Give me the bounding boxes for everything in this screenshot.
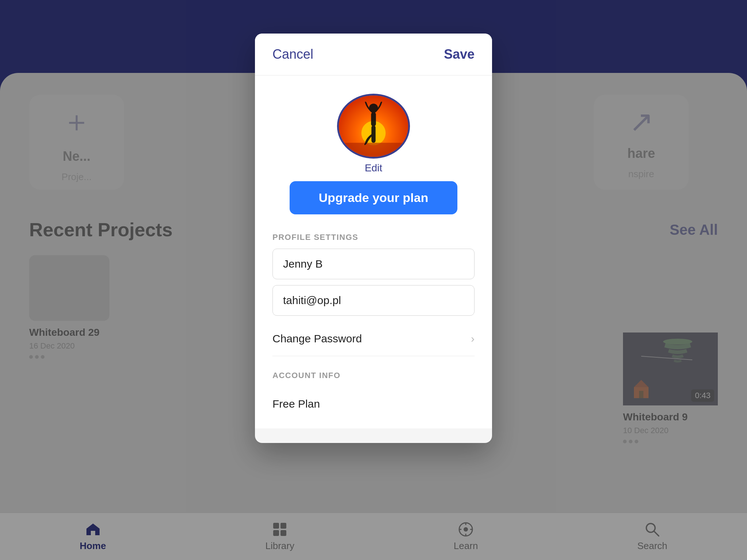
modal-body: Edit Upgrade your plan PROFILE SETTINGS …: [255, 75, 492, 428]
email-input[interactable]: [272, 285, 475, 316]
upgrade-plan-button[interactable]: Upgrade your plan: [290, 181, 457, 214]
avatar-wrapper: Edit: [337, 94, 410, 174]
account-info-section: ACCOUNT INFO Free Plan: [272, 356, 475, 414]
account-info-label: ACCOUNT INFO: [272, 371, 475, 380]
name-input[interactable]: [272, 249, 475, 279]
change-password-row[interactable]: Change Password ›: [272, 322, 475, 356]
profile-modal: Cancel Save: [255, 34, 492, 443]
modal-header: Cancel Save: [255, 34, 492, 75]
chevron-right-icon: ›: [471, 332, 475, 345]
save-button[interactable]: Save: [444, 47, 475, 62]
profile-settings-label: PROFILE SETTINGS: [272, 233, 475, 242]
avatar-edit-label[interactable]: Edit: [365, 162, 382, 174]
cancel-button[interactable]: Cancel: [272, 47, 313, 62]
avatar-image: [339, 94, 408, 159]
change-password-label: Change Password: [272, 332, 362, 345]
svg-rect-22: [371, 112, 376, 126]
free-plan-label: Free Plan: [272, 387, 475, 414]
profile-settings-section: PROFILE SETTINGS Change Password ›: [272, 218, 475, 356]
svg-rect-20: [339, 143, 408, 159]
avatar-circle[interactable]: [337, 94, 410, 159]
